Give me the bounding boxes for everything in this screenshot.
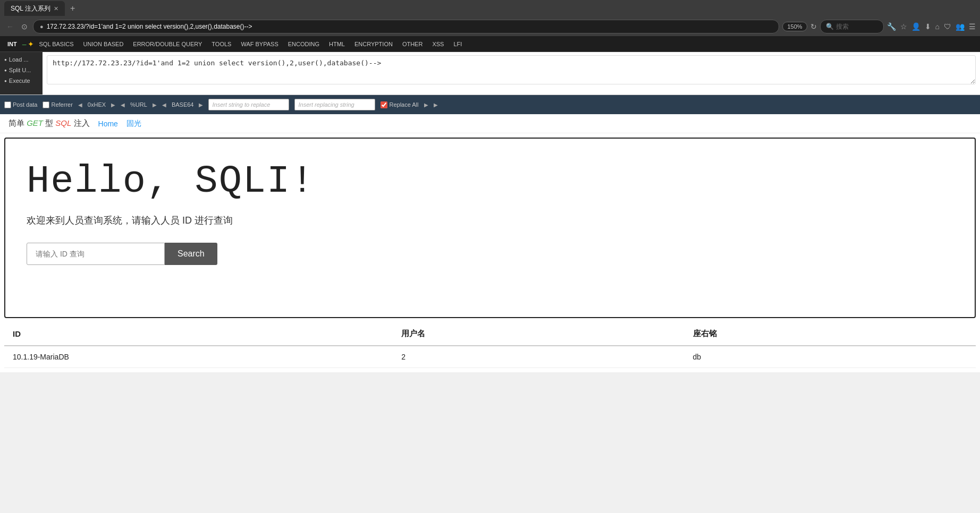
lock-icon: ● [40,23,44,30]
cell-id: 10.1.19-MariaDB [4,346,393,368]
results-table: ID 用户名 座右铭 10.1.19-MariaDB 2 db [4,322,976,368]
hero-title: Hello, SQLI! [27,160,953,203]
split-btn[interactable]: ● Split U... [2,66,40,74]
load-btn[interactable]: ● Load ... [2,55,40,64]
menu-waf-bypass[interactable]: WAF BYPASS [236,39,282,49]
arrow-hex-left[interactable]: ◀ [78,102,82,108]
arrow-url-right[interactable]: ▶ [153,102,157,108]
menu-bar: INT – ✦ SQL BASICS UNION BASED ERROR/DOU… [0,36,980,52]
home-link[interactable]: Home [98,119,118,128]
replacing-string-input[interactable] [294,99,375,110]
search-icon: 🔍 [826,23,834,30]
page-content: 简单 GET 型 SQL 注入 Home 固光 Hello, SQLI! 欢迎来… [0,114,980,372]
base64-label: BASE64 [172,101,194,108]
execute-dot: ● [4,79,7,83]
browser-search-box[interactable]: 🔍 搜索 [820,20,884,33]
tab-close-btn[interactable]: ✕ [54,5,58,12]
menu-lfi[interactable]: LFI [449,39,466,49]
string-to-replace-input[interactable] [208,99,289,110]
referrer-checkbox[interactable]: Referrer [43,101,72,108]
menu-tools[interactable]: TOOLS [207,39,235,49]
breadcrumb-bar: 简单 GET 型 SQL 注入 Home 固光 [0,114,980,133]
hero-subtitle: 欢迎来到人员查询系统，请输入人员 ID 进行查询 [27,214,953,227]
post-data-input[interactable] [4,101,11,108]
replace-all-checkbox[interactable]: Replace All [381,101,418,108]
menu-sql-basics[interactable]: SQL BASICS [35,39,78,49]
dot-green: – [22,40,27,48]
menu-icon[interactable]: ☰ [969,22,976,31]
menu-other[interactable]: OTHER [398,39,427,49]
hex-label: 0xHEX [88,101,106,108]
forward-btn[interactable]: ⊙ [19,21,30,32]
active-tab[interactable]: SQL 注入系列 ✕ [4,1,65,16]
menu-xss[interactable]: XSS [428,39,448,49]
shield-icon[interactable]: 🛡 [944,22,951,31]
browser-chrome: SQL 注入系列 ✕ + ← ⊙ ● 172.72.23.23/?id=1'an… [0,0,980,52]
col-username-header: 用户名 [393,322,684,346]
table-head: ID 用户名 座右铭 [4,322,976,346]
sql-text: SQL [55,118,71,127]
search-button[interactable]: Search [165,243,217,265]
new-tab-btn[interactable]: + [67,4,78,13]
home-icon[interactable]: ⌂ [935,22,940,31]
replace-all-input[interactable] [381,101,387,108]
split-dot: ● [4,68,7,73]
hero-section: Hello, SQLI! 欢迎来到人员查询系统，请输入人员 ID 进行查询 Se… [4,138,976,318]
menu-union-based[interactable]: UNION BASED [79,39,128,49]
menu-encryption[interactable]: ENCRYPTION [350,39,397,49]
url-text: 172.72.23.23/?id=1'and 1=2 union select … [47,23,252,30]
menu-encoding[interactable]: ENCODING [284,39,324,49]
id-search-input[interactable] [27,243,165,265]
cell-username: 2 [393,346,684,368]
star-icon[interactable]: ☆ [900,22,907,31]
menu-error-double[interactable]: ERROR/DOUBLE QUERY [129,39,206,49]
users-icon[interactable]: 👥 [956,22,965,31]
url-label: %URL [130,101,147,108]
arrow-replace-right[interactable]: ▶ [424,102,428,108]
search-form: Search [27,243,953,265]
url-input-field[interactable]: http://172.72.23.23/?id=1'and 1=2 union … [47,55,976,84]
reload-btn[interactable]: ↻ [810,22,817,31]
get-text: GET [27,118,43,127]
cell-motto: db [685,346,976,368]
download-icon[interactable]: ⬇ [925,22,931,31]
back-btn[interactable]: ← [4,21,16,32]
table-row: 10.1.19-MariaDB 2 db [4,346,976,368]
person-icon[interactable]: 👤 [911,22,920,31]
arrow-b64-right[interactable]: ▶ [199,102,203,108]
address-bar: ← ⊙ ● 172.72.23.23/?id=1'and 1=2 union s… [0,17,980,36]
load-dot: ● [4,57,7,62]
arrow-url-left[interactable]: ◀ [121,102,125,108]
url-bar[interactable]: ● 172.72.23.23/?id=1'and 1=2 union selec… [33,20,779,33]
tab-title: SQL 注入系列 [11,4,50,13]
zoom-badge: 150% [782,22,807,31]
guang-link[interactable]: 固光 [126,119,141,129]
post-data-checkbox[interactable]: Post data [4,101,37,108]
breadcrumb-title: 简单 GET 型 SQL 注入 [9,118,90,129]
arrow-hex-right[interactable]: ▶ [111,102,115,108]
results-section: ID 用户名 座右铭 10.1.19-MariaDB 2 db [0,322,980,372]
arrow-replace-right2[interactable]: ▶ [434,102,438,108]
menu-int[interactable]: INT [3,39,21,49]
execute-btn[interactable]: ● Execute [2,76,40,85]
col-motto-header: 座右铭 [685,322,976,346]
col-id-header: ID [4,322,393,346]
table-body: 10.1.19-MariaDB 2 db [4,346,976,368]
menu-html[interactable]: HTML [325,39,349,49]
browser-toolbar-icons: 🔧 ☆ 👤 ⬇ ⌂ 🛡 👥 ☰ [887,22,976,31]
wrench-icon[interactable]: 🔧 [887,22,896,31]
dot-yellow: ✦ [28,40,34,48]
arrow-b64-left[interactable]: ◀ [162,102,166,108]
tab-bar: SQL 注入系列 ✕ + [0,0,980,17]
referrer-input[interactable] [43,101,49,108]
main-toolbar: ● Load ... ● Split U... ● Execute http:/… [0,52,980,95]
table-header-row: ID 用户名 座右铭 [4,322,976,346]
options-bar: Post data Referrer ◀ 0xHEX ▶ ◀ %URL ▶ ◀ … [0,95,980,114]
sidebar-panel: ● Load ... ● Split U... ● Execute [0,52,43,95]
url-input-area: http://172.72.23.23/?id=1'and 1=2 union … [43,52,980,95]
